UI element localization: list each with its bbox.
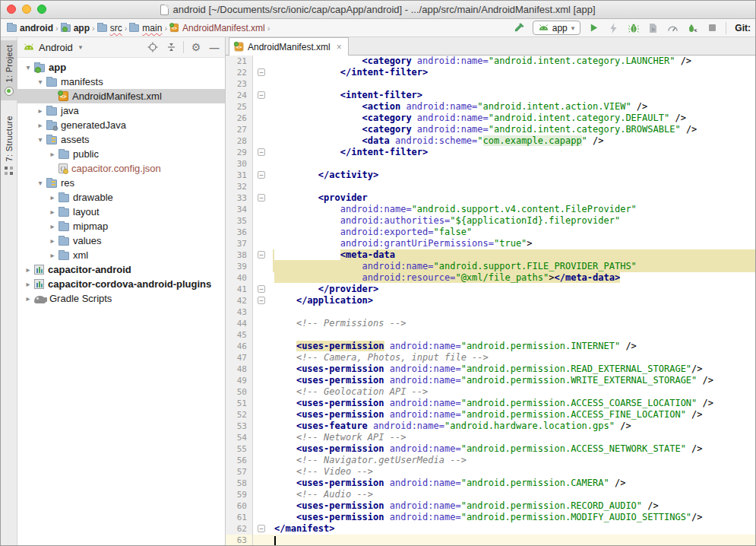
code-text[interactable]: <category android:name="android.intent.c… bbox=[273, 56, 755, 67]
code-text[interactable] bbox=[273, 181, 755, 192]
code-text[interactable]: <category android:name="android.intent.c… bbox=[273, 113, 755, 124]
collapse-all-icon[interactable] bbox=[165, 41, 177, 53]
line-number[interactable]: 60 bbox=[226, 500, 253, 512]
tree-item-capacitor-android[interactable]: ▸capacitor-android bbox=[17, 262, 225, 277]
line-number[interactable]: 52 bbox=[226, 409, 253, 421]
line-number[interactable]: 59 bbox=[226, 489, 253, 500]
fold-marker[interactable]: − bbox=[253, 295, 273, 306]
line-number[interactable]: 26 bbox=[226, 113, 253, 124]
code-text[interactable]: <!-- Navigator.getUserMedia --> bbox=[273, 455, 755, 466]
tree-item-xml[interactable]: ▸xml bbox=[17, 248, 225, 262]
tree-item-drawable[interactable]: ▸drawable bbox=[17, 190, 225, 205]
locate-file-icon[interactable] bbox=[147, 41, 159, 53]
build-hammer-icon[interactable] bbox=[513, 21, 526, 34]
tree-item-app[interactable]: ▾app bbox=[17, 60, 225, 75]
close-tab-icon[interactable]: × bbox=[337, 42, 342, 52]
chevron-closed-icon[interactable]: ▸ bbox=[34, 106, 46, 115]
line-number[interactable]: 58 bbox=[226, 478, 253, 489]
tree-item-mipmap[interactable]: ▸mipmap bbox=[17, 219, 225, 233]
code-text[interactable] bbox=[273, 306, 755, 318]
code-text[interactable]: <uses-permission android:name="android.p… bbox=[273, 409, 755, 421]
chevron-closed-icon[interactable]: ▸ bbox=[22, 265, 34, 274]
code-text[interactable]: <!-- Audio --> bbox=[273, 489, 755, 500]
line-number[interactable]: 39 bbox=[226, 261, 253, 272]
code-text[interactable]: <uses-permission android:name="android.p… bbox=[273, 500, 755, 512]
fold-marker[interactable]: − bbox=[253, 147, 273, 158]
line-number[interactable]: 45 bbox=[226, 329, 253, 341]
line-number[interactable]: 54 bbox=[226, 432, 253, 443]
tree-item-java[interactable]: ▸java bbox=[17, 103, 225, 118]
breadcrumb-android[interactable]: android bbox=[7, 24, 53, 33]
settings-gear-icon[interactable]: ⚙ bbox=[190, 41, 202, 53]
code-text[interactable]: <!-- Permissions --> bbox=[273, 318, 755, 329]
line-number[interactable]: 27 bbox=[226, 124, 253, 135]
line-number[interactable]: 24 bbox=[226, 90, 253, 101]
breadcrumb-app[interactable]: app bbox=[61, 24, 90, 33]
chevron-open-icon[interactable]: ▾ bbox=[34, 78, 46, 86]
code-text[interactable]: android:name="android.support.v4.content… bbox=[273, 204, 755, 215]
tree-item-manifests[interactable]: ▾manifests bbox=[17, 75, 225, 89]
line-number[interactable]: 28 bbox=[226, 135, 253, 147]
code-text[interactable]: <!-- Camera, Photos, input file --> bbox=[273, 352, 755, 363]
breadcrumb-main[interactable]: main bbox=[129, 24, 162, 33]
tree-item-capacitor-config-json[interactable]: capacitor.config.json bbox=[17, 161, 225, 176]
line-number[interactable]: 41 bbox=[226, 284, 253, 295]
tool-window-project-tab[interactable]: 1: Project bbox=[1, 40, 17, 100]
line-number[interactable]: 62 bbox=[226, 523, 253, 535]
hide-panel-icon[interactable]: — bbox=[208, 41, 220, 53]
code-text[interactable]: <uses-permission android:name="android.p… bbox=[273, 443, 755, 455]
code-text[interactable]: <provider bbox=[273, 192, 755, 204]
line-number[interactable]: 23 bbox=[226, 78, 253, 90]
fold-marker[interactable]: − bbox=[253, 90, 273, 101]
code-text[interactable]: <uses-permission android:name="android.p… bbox=[273, 478, 755, 489]
line-number[interactable]: 21 bbox=[226, 56, 253, 67]
code-text[interactable]: </intent-filter> bbox=[273, 147, 755, 158]
fold-marker[interactable]: − bbox=[253, 67, 273, 78]
line-number[interactable]: 22 bbox=[226, 67, 253, 78]
tree-item-layout[interactable]: ▸layout bbox=[17, 205, 225, 219]
line-number[interactable]: 47 bbox=[226, 352, 253, 363]
line-number[interactable]: 29 bbox=[226, 147, 253, 158]
line-number[interactable]: 51 bbox=[226, 398, 253, 409]
line-number[interactable]: 31 bbox=[226, 170, 253, 181]
chevron-closed-icon[interactable]: ▸ bbox=[46, 150, 59, 158]
code-text[interactable]: <uses-permission android:name="android.p… bbox=[273, 363, 755, 375]
code-text[interactable]: <data android:scheme="com.example.capapp… bbox=[273, 135, 755, 147]
code-text[interactable]: <uses-permission android:name="android.p… bbox=[273, 341, 755, 352]
tree-item-gradle-scripts[interactable]: ▸Gradle Scripts bbox=[17, 291, 225, 306]
tree-item-generatedjava[interactable]: ▸generatedJava bbox=[17, 118, 225, 132]
code-text[interactable]: <!-- Network API --> bbox=[273, 432, 755, 443]
code-text[interactable]: </activity> bbox=[273, 170, 755, 181]
minimize-window-button[interactable] bbox=[22, 5, 31, 14]
code-text[interactable]: android:grantUriPermissions="true"> bbox=[273, 238, 755, 249]
fold-marker[interactable]: − bbox=[253, 249, 273, 261]
code-text[interactable]: </intent-filter> bbox=[273, 67, 755, 78]
tree-item-values[interactable]: ▸values bbox=[17, 233, 225, 248]
code-text[interactable]: android:name="android.support.FILE_PROVI… bbox=[273, 261, 755, 272]
breadcrumb-src[interactable]: src bbox=[97, 24, 122, 33]
chevron-open-icon[interactable]: ▾ bbox=[34, 135, 46, 144]
zoom-window-button[interactable] bbox=[37, 5, 46, 14]
line-number[interactable]: 49 bbox=[226, 375, 253, 386]
line-number[interactable]: 37 bbox=[226, 238, 253, 249]
tree-item-assets[interactable]: ▾assets bbox=[17, 132, 225, 147]
code-editor[interactable]: 21 <category android:name="android.inten… bbox=[226, 56, 755, 545]
code-text[interactable]: android:resource="@xml/file_paths"></met… bbox=[273, 272, 755, 284]
chevron-closed-icon[interactable]: ▸ bbox=[34, 121, 46, 129]
code-text[interactable]: </application> bbox=[273, 295, 755, 306]
line-number[interactable]: 48 bbox=[226, 363, 253, 375]
line-number[interactable]: 57 bbox=[226, 466, 253, 478]
line-number[interactable]: 33 bbox=[226, 192, 253, 204]
debug-icon[interactable] bbox=[627, 21, 640, 34]
close-window-button[interactable] bbox=[7, 5, 16, 14]
run-config-selector[interactable]: app ▾ bbox=[533, 21, 581, 35]
tree-item-androidmanifest-xml[interactable]: AndroidManifest.xml bbox=[17, 89, 225, 103]
chevron-closed-icon[interactable]: ▸ bbox=[46, 251, 59, 259]
line-number[interactable]: 50 bbox=[226, 386, 253, 398]
line-number[interactable]: 40 bbox=[226, 272, 253, 284]
line-number[interactable]: 42 bbox=[226, 295, 253, 306]
code-text[interactable]: <uses-permission android:name="android.p… bbox=[273, 512, 755, 523]
line-number[interactable]: 43 bbox=[226, 306, 253, 318]
chevron-closed-icon[interactable]: ▸ bbox=[46, 208, 59, 216]
code-text[interactable]: <!-- Video --> bbox=[273, 466, 755, 478]
